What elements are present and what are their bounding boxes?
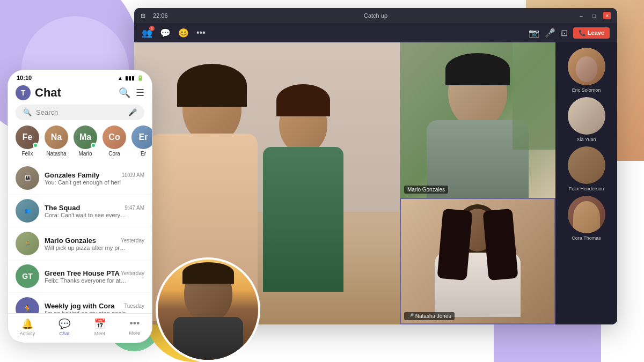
natasha-label: Natasha (46, 151, 66, 157)
pta-avatar: GT (16, 264, 39, 288)
mario-chat-avatar: 🏃 (16, 232, 39, 255)
xia-avatar (568, 97, 605, 135)
nav-meet[interactable]: 📅 Meet (94, 318, 106, 336)
person-child-body (263, 147, 343, 292)
squad-name: The Squad (45, 204, 80, 212)
chat-icon[interactable]: 💬 (160, 28, 171, 38)
mario-label: Mario (78, 151, 92, 157)
toolbar-left: 👥 1 💬 😊 ••• (142, 28, 206, 38)
share-icon[interactable]: ⊡ (561, 28, 568, 38)
participant-felix[interactable]: Felix Henderson (560, 146, 613, 191)
more-nav-icon: ••• (129, 318, 140, 329)
mario-msg: Will pick up pizza after my practice. (45, 245, 128, 251)
gonzales-msg: You: Can't get enough of her! (45, 179, 128, 186)
window-controls: – □ ✕ (577, 12, 611, 19)
mario-time: Yesterday (121, 238, 144, 243)
video-right-panel: Mario Gonzales 🎤 Natasha Jones (400, 42, 555, 324)
jog-name: Weekly jog with Cora (45, 302, 115, 310)
chat-pta[interactable]: GT Green Tree House PTA Yesterday Felix:… (8, 260, 152, 293)
close-button[interactable]: ✕ (603, 12, 611, 19)
natasha-hair-right (482, 209, 518, 280)
chat-gonzales-family[interactable]: 👨‍👩‍👧 Gonzales Family 10:09 AM You: Can'… (8, 162, 152, 195)
participant-xia[interactable]: Xia Yuan (560, 97, 613, 142)
mario-online (91, 143, 96, 148)
squad-content: The Squad 9:47 AM Cora: Can't wait to se… (45, 204, 144, 218)
activity-icon: 🔔 (21, 318, 33, 330)
squad-msg: Cora: Can't wait to see everyone! (45, 212, 128, 218)
pta-msg: Felix: Thanks everyone for attending... (45, 277, 128, 284)
eric-name: Eric Solomon (572, 87, 601, 93)
mario-chat-name: Mario Gonzales (45, 237, 96, 245)
avatar-cora[interactable]: Co Cora (103, 125, 126, 157)
gonzales-top: Gonzales Family 10:09 AM (45, 171, 144, 179)
chat-squad[interactable]: 👥 The Squad 9:47 AM Cora: Can't wait to … (8, 195, 152, 227)
jog-top: Weekly jog with Cora Tuesday (45, 302, 144, 310)
meet-label: Meet (94, 331, 105, 336)
xia-name: Xia Yuan (577, 137, 596, 142)
cora-avatar (568, 196, 605, 233)
activity-label: Activity (20, 331, 35, 336)
search-icon[interactable]: 🔍 (119, 87, 130, 99)
camera-icon[interactable]: 📷 (529, 28, 539, 38)
squad-top: The Squad 9:47 AM (45, 204, 144, 212)
avatar-er[interactable]: Er Er (131, 125, 152, 157)
video-mario: Mario Gonzales (400, 42, 555, 198)
natasha-name-tag: 🎤 Natasha Jones (404, 312, 455, 320)
window-controls-left: ⊞ 22:06 (141, 12, 168, 19)
people-badge: 1 (149, 26, 155, 31)
phone-title-container: T Chat (16, 85, 61, 100)
er-circle: Er (131, 125, 152, 149)
leave-button[interactable]: 📞 Leave (573, 27, 610, 39)
cora-name: Cora Thomas (572, 235, 601, 241)
window-time: 22:06 (153, 12, 168, 19)
status-icons: ▲ ▮▮▮ 🔋 (118, 75, 143, 81)
teams-icon: T (16, 85, 31, 100)
participant-eric[interactable]: Eric Solomon (560, 48, 613, 93)
jog-time: Tuesday (124, 303, 144, 309)
mic-search-icon: 🎤 (128, 108, 137, 116)
phone-title-text: Chat (35, 86, 61, 100)
floating-person (158, 260, 258, 360)
mario-top: Mario Gonzales Yesterday (45, 237, 144, 245)
mario-bg (400, 42, 555, 198)
gonzales-name: Gonzales Family (45, 171, 100, 179)
minimize-button[interactable]: – (577, 12, 585, 19)
nav-more[interactable]: ••• More (129, 318, 141, 336)
floating-head (156, 257, 260, 362)
squad-avatar: 👥 (16, 199, 39, 223)
more-icon[interactable]: ••• (196, 28, 206, 38)
maximize-button[interactable]: □ (590, 12, 598, 19)
bottom-nav: 🔔 Activity 💬 Chat 📅 Meet ••• More (8, 313, 152, 343)
more-label: More (129, 330, 141, 336)
eric-avatar (568, 48, 605, 85)
window-toolbar: 👥 1 💬 😊 ••• 📷 🎤 ⊡ 📞 Leave (134, 23, 617, 42)
avatar-natasha[interactable]: Na Natasha (45, 125, 68, 157)
mic-icon[interactable]: 🎤 (545, 28, 555, 38)
window-titlebar: ⊞ 22:06 Catch up – □ ✕ (134, 8, 617, 23)
nav-activity[interactable]: 🔔 Activity (20, 318, 35, 336)
phone-header-actions: 🔍 ☰ (119, 87, 144, 99)
participant-cora[interactable]: Cora Thomas (560, 196, 613, 241)
avatar-mario[interactable]: Ma Mario (74, 125, 97, 157)
nav-chat[interactable]: 💬 Chat (58, 318, 70, 336)
toolbar-right: 📷 🎤 ⊡ 📞 Leave (529, 27, 610, 39)
cora-label: Cora (108, 151, 120, 157)
fh-hair (182, 262, 234, 284)
mario-name-tag: Mario Gonzales (404, 186, 448, 194)
person-child-hair (276, 84, 330, 116)
cora-circle: Co (103, 125, 126, 149)
natasha-initials: Na (45, 125, 68, 149)
felix-label: Felix (21, 151, 33, 157)
avatar-felix[interactable]: Fe Felix (16, 125, 39, 157)
avatar-row: Fe Felix Na Natasha Ma Mario (8, 125, 152, 162)
felix-online (33, 143, 38, 148)
pta-top: Green Tree House PTA Yesterday (45, 269, 144, 277)
filter-icon[interactable]: ☰ (136, 87, 144, 99)
people-icon[interactable]: 👥 1 (142, 28, 152, 38)
search-placeholder: Search (36, 108, 58, 116)
er-initials: Er (131, 125, 152, 149)
search-bar[interactable]: 🔍 Search 🎤 (16, 105, 144, 120)
gonzales-time: 10:09 AM (122, 172, 144, 178)
emoji-icon[interactable]: 😊 (178, 28, 189, 38)
chat-mario[interactable]: 🏃 Mario Gonzales Yesterday Will pick up … (8, 227, 152, 260)
